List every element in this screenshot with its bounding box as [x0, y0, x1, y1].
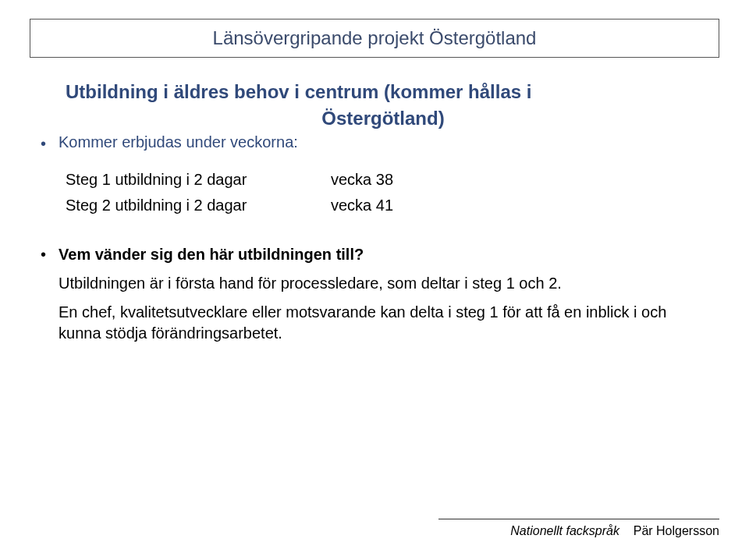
footer-author: Pär Holgersson	[634, 524, 719, 537]
qa-question-item: • Vem vänder sig den här utbildningen ti…	[41, 244, 701, 265]
qa-question: Vem vänder sig den här utbildningen till…	[59, 244, 364, 265]
section-heading-line1: Utbildning i äldres behov i centrum (kom…	[66, 80, 701, 105]
content-area: Utbildning i äldres behov i centrum (kom…	[30, 80, 719, 344]
qa-answer1: Utbildningen är i första hand för proces…	[59, 273, 562, 294]
bullet-icon: •	[41, 244, 46, 265]
table-row: Steg 1 utbildning i 2 dagar vecka 38	[66, 171, 701, 189]
qa-answer-item: • En chef, kvalitetsutvecklare eller mot…	[41, 302, 701, 344]
slide-page: Länsövergripande projekt Östergötland Ut…	[0, 0, 749, 560]
qa-answer-item: • Utbildningen är i första hand för proc…	[41, 273, 701, 294]
schedule-table: Steg 1 utbildning i 2 dagar vecka 38 Ste…	[66, 171, 701, 214]
cell-right: vecka 38	[331, 171, 701, 189]
cell-left: Steg 2 utbildning i 2 dagar	[66, 197, 331, 214]
footer-italic: Nationellt fackspråk	[510, 524, 619, 537]
footer-divider	[438, 519, 719, 519]
subheading-bullet: • Kommer erbjudas under veckorna:	[41, 133, 701, 154]
cell-left: Steg 1 utbildning i 2 dagar	[66, 171, 331, 189]
footer-text: Nationellt fackspråk Pär Holgersson	[438, 524, 719, 538]
cell-right: vecka 41	[331, 197, 701, 214]
subheading-text: Kommer erbjudas under veckorna:	[59, 133, 298, 151]
page-title: Länsövergripande projekt Östergötland	[213, 27, 537, 48]
footer: Nationellt fackspråk Pär Holgersson	[438, 519, 719, 538]
table-row: Steg 2 utbildning i 2 dagar vecka 41	[66, 197, 701, 214]
title-box: Länsövergripande projekt Östergötland	[30, 19, 719, 58]
qa-answer2: En chef, kvalitetsutvecklare eller motsv…	[59, 302, 701, 344]
section-heading-line2: Östergötland)	[66, 106, 701, 131]
qa-section: • Vem vänder sig den här utbildningen ti…	[41, 244, 701, 344]
bullet-icon: •	[41, 133, 46, 154]
